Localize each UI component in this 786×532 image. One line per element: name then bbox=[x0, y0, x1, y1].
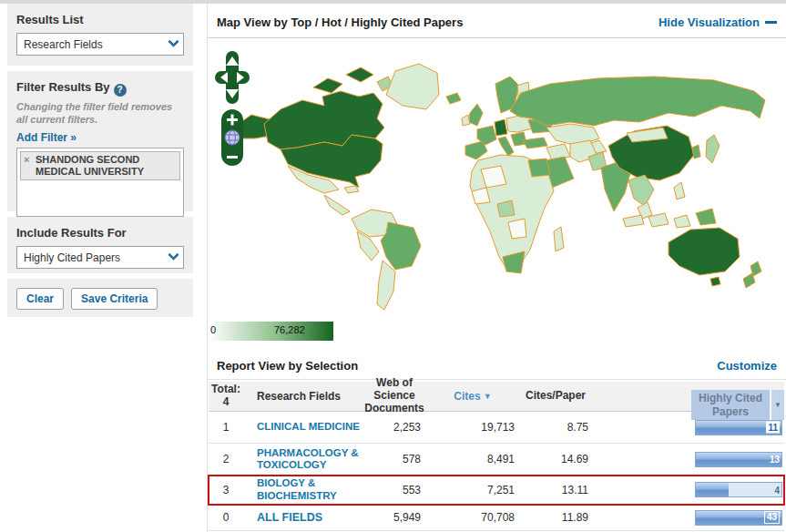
chevron-down-icon bbox=[163, 247, 183, 268]
map-controls[interactable] bbox=[213, 49, 253, 169]
cites-value: 7,251 bbox=[427, 484, 518, 496]
hide-visualization-label: Hide Visualization bbox=[658, 15, 760, 29]
field-link[interactable]: PHARMACOLOGY & TOXICOLOGY bbox=[257, 447, 362, 471]
report-view-title: Report View by Selection bbox=[217, 359, 358, 373]
filter-heading: Filter Results By? bbox=[7, 71, 193, 97]
hide-visualization-link[interactable]: Hide Visualization bbox=[658, 15, 777, 29]
minus-icon bbox=[765, 21, 777, 24]
chevron-down-icon: ▼ bbox=[774, 401, 781, 409]
customize-link[interactable]: Customize bbox=[717, 359, 777, 373]
highly-cited-value: 11 bbox=[766, 422, 780, 434]
country-arctic-island bbox=[313, 78, 342, 93]
table-row: 0 ALL FIELDS 5,949 70,708 11.89 43 bbox=[209, 505, 784, 531]
row-rank: 0 bbox=[209, 511, 243, 524]
total-value: 4 bbox=[209, 396, 243, 409]
report-table: Total: 4 Research Fields Web of Science … bbox=[209, 382, 784, 531]
filter-section: Filter Results By? Changing the filter f… bbox=[7, 71, 193, 211]
country-uk bbox=[469, 104, 483, 126]
zoom-in-icon bbox=[231, 115, 234, 126]
remove-filter-icon[interactable]: × bbox=[24, 154, 36, 178]
sort-arrow-icon: ▼ bbox=[484, 392, 492, 401]
map-region: 0 76,282 bbox=[208, 38, 786, 352]
cites-per-paper-value: 8.75 bbox=[518, 421, 593, 434]
legend-min-value: 0 bbox=[210, 324, 216, 335]
row-rank: 1 bbox=[209, 421, 243, 434]
results-list-selected-value: Research Fields bbox=[17, 38, 163, 51]
map-header: Map View by Top / Hot / Highly Cited Pap… bbox=[208, 4, 786, 38]
globe-icon bbox=[225, 130, 240, 145]
map-legend: 0 76,282 bbox=[209, 322, 333, 341]
column-header-documents: Web of Science Documents bbox=[362, 377, 427, 414]
column-header-cites[interactable]: Cites▼ bbox=[427, 390, 518, 403]
country-japan bbox=[706, 135, 720, 163]
zoom-out-icon bbox=[227, 156, 238, 159]
include-results-heading: Include Results For bbox=[7, 217, 193, 240]
column-header-cites-per-paper: Cites/Paper bbox=[518, 390, 593, 403]
country-russia bbox=[510, 77, 765, 126]
cites-value: 70,708 bbox=[427, 511, 518, 524]
add-filter-link[interactable]: Add Filter » bbox=[7, 127, 193, 146]
table-row: 1 CLINICAL MEDICINE 2,253 19,713 8.75 11 bbox=[209, 412, 784, 444]
country-argentina bbox=[377, 261, 395, 310]
column-header-total: Total: 4 bbox=[209, 384, 243, 409]
include-results-selected-value: Highly Cited Papers bbox=[17, 251, 163, 264]
country-indonesia bbox=[623, 215, 644, 227]
chevron-down-icon bbox=[163, 34, 183, 55]
total-label: Total: bbox=[209, 384, 243, 396]
country-philippines bbox=[674, 182, 685, 200]
country-madagascar bbox=[554, 227, 564, 251]
country-egypt bbox=[528, 159, 550, 177]
row-rank: 3 bbox=[209, 484, 243, 496]
country-ireland bbox=[462, 115, 470, 126]
cites-per-paper-value: 13.11 bbox=[518, 484, 593, 496]
country-tasmania bbox=[710, 277, 720, 286]
documents-value: 5,949 bbox=[362, 511, 427, 524]
cites-value: 19,713 bbox=[427, 421, 518, 434]
cites-per-paper-value: 14.69 bbox=[518, 453, 593, 466]
highly-cited-bar: 43 bbox=[695, 510, 782, 526]
esi-app: Results List Research Fields Filter Resu… bbox=[0, 0, 786, 532]
country-korea bbox=[692, 145, 700, 159]
country-turkey bbox=[523, 138, 547, 148]
country-greenland bbox=[386, 64, 439, 109]
documents-value: 2,253 bbox=[362, 421, 427, 434]
country-italy bbox=[498, 137, 514, 156]
row-rank: 2 bbox=[209, 453, 243, 466]
field-link[interactable]: ALL FIELDS bbox=[257, 511, 322, 524]
country-arctic-island bbox=[346, 67, 373, 82]
world-map[interactable] bbox=[208, 44, 786, 326]
help-icon[interactable]: ? bbox=[114, 84, 127, 97]
country-brazil bbox=[381, 222, 421, 270]
filter-chip[interactable]: × SHANDONG SECOND MEDICAL UNIVERSITY bbox=[20, 151, 180, 180]
save-criteria-button[interactable]: Save Criteria bbox=[71, 288, 158, 310]
cites-sort-link[interactable]: Cites bbox=[454, 390, 480, 403]
results-list-heading: Results List bbox=[7, 4, 193, 26]
filter-heading-label: Filter Results By bbox=[16, 80, 110, 94]
table-row: 2 PHARMACOLOGY & TOXICOLOGY 578 8,491 14… bbox=[209, 444, 784, 476]
field-link[interactable]: CLINICAL MEDICINE bbox=[257, 421, 360, 433]
highly-cited-value: 4 bbox=[774, 485, 780, 495]
report-header: Report View by Selection Customize bbox=[208, 352, 786, 380]
field-link[interactable]: BIOLOGY & BIOCHEMISTRY bbox=[257, 477, 362, 501]
legend-max-value: 76,282 bbox=[274, 324, 305, 335]
table-row-highlighted: 3 BIOLOGY & BIOCHEMISTRY 553 7,251 13.11… bbox=[209, 476, 784, 505]
country-australia bbox=[669, 228, 740, 275]
column-header-research-fields: Research Fields bbox=[243, 390, 362, 403]
country-new-zealand bbox=[743, 273, 755, 288]
table-header-row: Total: 4 Research Fields Web of Science … bbox=[209, 382, 784, 412]
documents-value: 553 bbox=[362, 484, 427, 496]
clear-button[interactable]: Clear bbox=[16, 288, 64, 310]
country-cuba bbox=[344, 186, 359, 193]
country-indochina bbox=[628, 175, 654, 206]
results-list-select[interactable]: Research Fields bbox=[16, 33, 184, 56]
country-drc bbox=[508, 219, 526, 239]
cites-per-paper-value: 11.89 bbox=[518, 511, 593, 524]
country-indonesia bbox=[674, 215, 690, 228]
include-results-section: Include Results For Highly Cited Papers bbox=[7, 217, 193, 273]
highly-cited-bar: 13 bbox=[695, 452, 782, 467]
country-balkans bbox=[511, 132, 526, 146]
highly-cited-bar: 4 bbox=[695, 482, 782, 497]
include-results-select[interactable]: Highly Cited Papers bbox=[16, 246, 184, 269]
results-list-section: Results List Research Fields bbox=[7, 4, 193, 66]
country-germany bbox=[495, 119, 507, 136]
